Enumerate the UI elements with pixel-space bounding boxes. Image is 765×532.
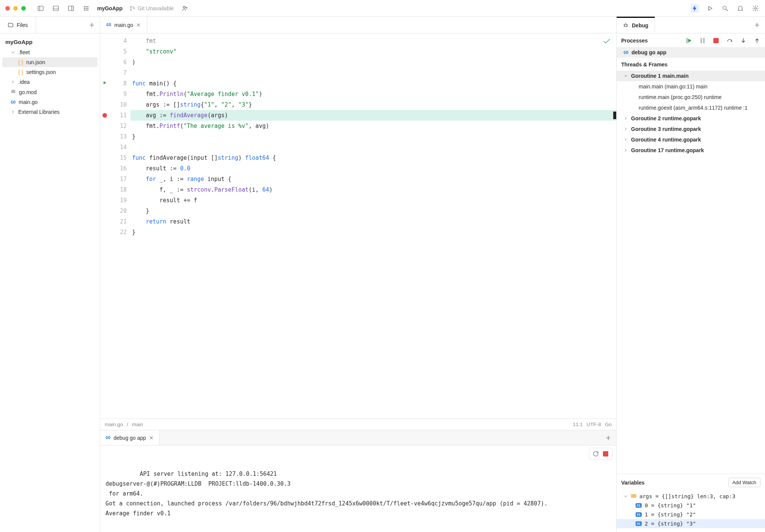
variables-heading: Variables: [621, 480, 645, 486]
stop-debug-icon[interactable]: [713, 37, 719, 44]
code-line-21[interactable]: return result: [131, 216, 616, 227]
goroutine-row[interactable]: Goroutine 4 runtime.gopark: [617, 134, 765, 145]
breakpoint-icon[interactable]: [102, 113, 107, 118]
goroutine-row[interactable]: Goroutine 2 runtime.gopark: [617, 113, 765, 124]
code-line-22[interactable]: }: [131, 227, 616, 238]
debug-tab[interactable]: Debug: [617, 17, 655, 33]
tree-item-settings-json[interactable]: { }settings.json: [2, 67, 98, 77]
code-line-9[interactable]: fmt.Println("Average finder v0.1"): [131, 89, 616, 99]
console-tab-debug[interactable]: GO debug go app ✕: [100, 430, 159, 445]
threads-frames-heading: Threads & Frames: [617, 58, 765, 71]
tree-item-go-mod[interactable]: go.mod: [2, 87, 98, 97]
step-over-icon[interactable]: [726, 37, 733, 44]
project-root[interactable]: myGoApp: [2, 36, 98, 47]
panel-right-icon[interactable]: [67, 4, 75, 13]
run-icon[interactable]: [706, 4, 714, 13]
variable-args[interactable]: args = {[]string} len:3, cap:3: [617, 492, 765, 501]
string-type-icon: 01: [636, 503, 642, 508]
code-line-13[interactable]: }: [131, 131, 616, 142]
code-line-19[interactable]: result += f: [131, 195, 616, 206]
notifications-icon[interactable]: [736, 4, 745, 13]
code-line-4[interactable]: fmt: [131, 36, 616, 46]
pause-icon[interactable]: [699, 37, 706, 44]
code-line-20[interactable]: }: [131, 206, 616, 216]
add-tab-icon[interactable]: [88, 21, 96, 29]
stop-icon[interactable]: [601, 450, 610, 458]
go-file-icon: GO: [11, 100, 16, 105]
tree-item-main-go[interactable]: GOmain.go: [2, 97, 98, 107]
tree-item--idea[interactable]: .idea: [2, 77, 98, 87]
add-console-tab-icon[interactable]: [604, 434, 612, 442]
svg-point-11: [88, 8, 88, 9]
run-gutter-icon[interactable]: [102, 78, 107, 89]
add-collaborator-icon[interactable]: [181, 4, 189, 13]
code-line-18[interactable]: f, _ := strconv.ParseFloat(i, 64): [131, 184, 616, 195]
breadcrumb-file[interactable]: main.go: [105, 422, 123, 427]
add-debug-tab-icon[interactable]: [753, 21, 761, 29]
rerun-icon[interactable]: [592, 450, 600, 458]
breadcrumb-func[interactable]: main: [132, 422, 143, 427]
analysis-ok-icon: [603, 37, 611, 49]
stack-frame[interactable]: runtime.goexit (asm_arm64.s:1172) runtim…: [617, 102, 765, 113]
variable-item-1[interactable]: 011 = {string} "2": [617, 510, 765, 519]
files-tab[interactable]: Files: [0, 17, 36, 33]
maximize-window-icon[interactable]: [21, 6, 26, 11]
svg-line-36: [627, 26, 628, 26]
variable-item-2[interactable]: 012 = {string} "3": [617, 519, 765, 528]
stack-frame[interactable]: main.main (main.go:11) main: [617, 81, 765, 92]
git-status[interactable]: Git Unavailable: [129, 5, 174, 11]
tree-item-External-Libraries[interactable]: External Libraries: [2, 107, 98, 117]
close-window-icon[interactable]: [5, 6, 10, 11]
array-icon: [631, 494, 636, 498]
debug-process-row[interactable]: GO debug go app: [617, 47, 765, 58]
svg-point-21: [723, 6, 726, 9]
go-process-icon: GO: [623, 50, 628, 55]
bug-icon: [623, 22, 629, 28]
code-editor[interactable]: 45678910111213141516171819202122 fmt "st…: [100, 33, 616, 419]
tree-item-run-json[interactable]: { }run.json: [2, 57, 98, 67]
close-console-tab-icon[interactable]: ✕: [149, 435, 154, 441]
svg-line-22: [726, 9, 728, 11]
svg-line-33: [624, 24, 625, 25]
goroutine-row[interactable]: Goroutine 3 runtime.gopark: [617, 124, 765, 134]
stack-frame[interactable]: runtime.main (proc.go:250) runtime: [617, 92, 765, 102]
step-into-icon[interactable]: [740, 37, 747, 44]
cursor-position[interactable]: 11:1: [573, 422, 582, 427]
close-tab-icon[interactable]: ✕: [136, 22, 141, 28]
console-output[interactable]: API server listening at: 127.0.0.1:56421…: [100, 445, 616, 532]
code-line-11[interactable]: avg := findAverage(args): [131, 110, 616, 121]
folder-icon: [8, 22, 14, 28]
goroutine-main[interactable]: Goroutine 1 main.main: [617, 71, 765, 81]
svg-line-34: [627, 24, 628, 25]
code-line-12[interactable]: fmt.Printf("The average is %v", avg): [131, 121, 616, 131]
apps-grid-icon[interactable]: [82, 4, 90, 13]
search-icon[interactable]: [721, 4, 729, 13]
tree-item--fleet[interactable]: .fleet: [2, 47, 98, 57]
code-line-10[interactable]: args := []string{"1", "2", "3"}: [131, 99, 616, 110]
json-file-icon: { }: [18, 69, 23, 75]
minimize-window-icon[interactable]: [13, 6, 18, 11]
step-out-icon[interactable]: [754, 37, 760, 44]
code-line-15[interactable]: func findAverage(input []string) float64…: [131, 153, 616, 163]
code-line-7[interactable]: [131, 68, 616, 78]
variable-item-0[interactable]: 010 = {string} "1": [617, 501, 765, 510]
add-watch-button[interactable]: Add Watch: [728, 478, 760, 487]
code-line-16[interactable]: result := 0.0: [131, 163, 616, 174]
code-line-8[interactable]: func main() {: [131, 78, 616, 89]
file-encoding[interactable]: UTF-8: [587, 422, 601, 427]
smart-mode-icon[interactable]: [691, 4, 699, 13]
settings-icon[interactable]: [751, 4, 760, 13]
code-line-17[interactable]: for _, i := range input {: [131, 174, 616, 184]
goroutine-row[interactable]: Goroutine 17 runtime.gopark: [617, 145, 765, 156]
chevron-right-icon: [623, 148, 628, 153]
code-line-5[interactable]: "strconv": [131, 46, 616, 57]
panel-left-icon[interactable]: [36, 4, 45, 13]
window-controls[interactable]: [5, 6, 26, 11]
svg-point-18: [183, 6, 185, 8]
code-line-14[interactable]: [131, 142, 616, 153]
panel-bottom-icon[interactable]: [52, 4, 60, 13]
resume-icon[interactable]: [685, 37, 692, 44]
code-line-6[interactable]: ): [131, 57, 616, 68]
editor-tab-main-go[interactable]: GO main.go ✕: [100, 17, 147, 33]
file-language[interactable]: Go: [605, 422, 612, 427]
